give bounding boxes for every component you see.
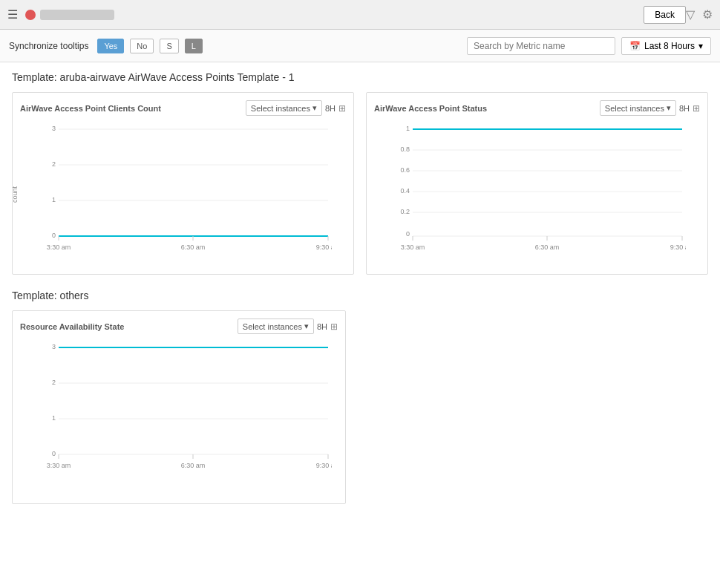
svg-text:0: 0	[406, 230, 410, 238]
svg-text:0: 0	[52, 450, 56, 457]
svg-text:6:30 am: 6:30 am	[535, 244, 560, 251]
time-range-button[interactable]: 📅 Last 8 Hours ▾	[621, 37, 711, 55]
calendar-icon: 📅	[629, 41, 641, 51]
section1-title: Template: aruba-airwave AirWave Access P…	[12, 71, 708, 83]
chart3-title: Resource Availability State	[20, 322, 124, 331]
hamburger-menu-icon[interactable]: ☰	[7, 7, 18, 22]
yes-button[interactable]: Yes	[97, 39, 124, 53]
chart3-svg: 3 2 1 0 3:30 am 6:30 am	[42, 340, 332, 496]
chart2-select-label: Select instances	[605, 104, 664, 113]
svg-text:3:30 am: 3:30 am	[401, 244, 425, 251]
chart3-select-label: Select instances	[243, 322, 302, 331]
chart-card-1: AirWave Access Point Clients Count Selec…	[12, 92, 354, 275]
app-name	[40, 10, 114, 20]
svg-text:1: 1	[52, 196, 56, 203]
settings-icon[interactable]: ⚙	[702, 7, 713, 22]
svg-text:0.6: 0.6	[400, 166, 410, 174]
topbar-right: ▽ ⚙	[686, 7, 713, 22]
svg-text:1: 1	[406, 125, 410, 132]
chart1-y-label: count	[11, 186, 19, 202]
chart3-svg-wrap: 3 2 1 0 3:30 am 6:30 am	[20, 340, 338, 496]
svg-text:9:30 am: 9:30 am	[670, 244, 686, 251]
chart1-select-label: Select instances	[251, 104, 310, 113]
section2-title: Template: others	[12, 290, 708, 301]
svg-text:1: 1	[52, 414, 56, 422]
svg-text:3:30 am: 3:30 am	[47, 462, 71, 469]
chevron-down-icon: ▾	[312, 103, 317, 113]
svg-text:9:30 am: 9:30 am	[316, 244, 332, 251]
svg-text:9:30 am: 9:30 am	[316, 462, 332, 469]
large-size-button[interactable]: L	[185, 39, 203, 53]
time-range-label: Last 8 Hours	[644, 41, 695, 51]
chart1-title: AirWave Access Point Clients Count	[20, 104, 161, 113]
chart1-grid-icon[interactable]: ⊞	[338, 103, 346, 114]
chart3-grid-icon[interactable]: ⊞	[330, 321, 338, 332]
chart2-controls: Select instances ▾ 8H ⊞	[600, 100, 700, 116]
svg-text:3: 3	[52, 125, 56, 132]
svg-text:0.2: 0.2	[400, 208, 410, 215]
chart3-header: Resource Availability State Select insta…	[20, 318, 338, 334]
back-button[interactable]: Back	[644, 6, 686, 24]
search-input[interactable]	[467, 37, 615, 55]
chart2-svg-wrap: 1 0.8 0.6 0.4 0.2 0	[374, 122, 700, 267]
toolbar-right: 📅 Last 8 Hours ▾	[467, 37, 711, 55]
main-content: Template: aruba-airwave AirWave Access P…	[0, 62, 720, 588]
section1-prefix: Template:	[12, 71, 57, 83]
app-icon	[25, 10, 36, 20]
no-button[interactable]: No	[130, 39, 154, 53]
topbar: ☰ Back ▽ ⚙	[0, 0, 720, 30]
svg-text:6:30 am: 6:30 am	[181, 244, 206, 251]
chevron-down-icon: ▾	[698, 41, 703, 51]
svg-text:6:30 am: 6:30 am	[181, 462, 206, 469]
chart2-grid-icon[interactable]: ⊞	[693, 103, 700, 114]
empty-space	[358, 310, 708, 504]
chart2-title: AirWave Access Point Status	[374, 104, 487, 113]
svg-text:2: 2	[52, 160, 56, 168]
chart-card-2: AirWave Access Point Status Select insta…	[366, 92, 708, 275]
chevron-down-icon: ▾	[304, 321, 309, 331]
section2-name: others	[60, 290, 89, 301]
svg-text:2: 2	[52, 379, 56, 386]
chart3-select-instances[interactable]: Select instances ▾	[238, 318, 314, 334]
chart2-svg: 1 0.8 0.6 0.4 0.2 0	[396, 122, 686, 267]
svg-text:0.4: 0.4	[400, 187, 410, 195]
chart1-svg-wrap: count 3 2 1 0	[20, 122, 346, 267]
section1-name: aruba-airwave AirWave Access Points Temp…	[60, 71, 295, 83]
app-title-bar	[25, 10, 644, 20]
chart3-controls: Select instances ▾ 8H ⊞	[238, 318, 338, 334]
chevron-down-icon: ▾	[667, 103, 671, 113]
toolbar: Synchronize tooltips Yes No S L 📅 Last 8…	[0, 30, 720, 62]
chart2-header: AirWave Access Point Status Select insta…	[374, 100, 700, 116]
chart2-time-label: 8H	[679, 104, 690, 113]
filter-icon[interactable]: ▽	[686, 7, 695, 22]
chart1-controls: Select instances ▾ 8H ⊞	[246, 100, 346, 116]
charts-row-1: AirWave Access Point Clients Count Selec…	[12, 92, 708, 275]
chart1-select-instances[interactable]: Select instances ▾	[246, 100, 322, 116]
chart1-svg: 3 2 1 0 3:30 am 6:30 am	[42, 122, 332, 267]
charts-row-2: Resource Availability State Select insta…	[12, 310, 708, 504]
chart3-time-label: 8H	[317, 322, 327, 331]
chart-card-3: Resource Availability State Select insta…	[12, 310, 346, 504]
section2-prefix: Template:	[12, 290, 57, 301]
small-size-button[interactable]: S	[160, 39, 178, 53]
chart1-header: AirWave Access Point Clients Count Selec…	[20, 100, 346, 116]
svg-text:3:30 am: 3:30 am	[47, 244, 71, 251]
svg-text:3: 3	[52, 343, 56, 350]
chart1-time-label: 8H	[325, 104, 336, 113]
svg-text:0.8: 0.8	[400, 146, 410, 153]
chart2-select-instances[interactable]: Select instances ▾	[600, 100, 676, 116]
sync-label: Synchronize tooltips	[9, 41, 88, 51]
svg-text:0: 0	[52, 232, 56, 239]
